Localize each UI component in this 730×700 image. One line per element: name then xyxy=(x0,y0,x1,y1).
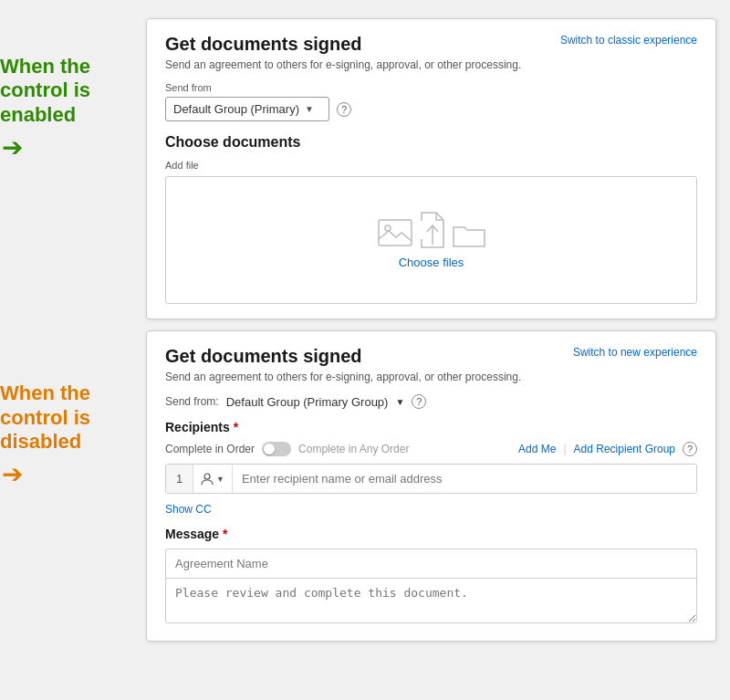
help-icon-disabled[interactable]: ? xyxy=(412,394,426,409)
annotations-panel: When thecontrol isenabled ➔ When thecont… xyxy=(0,9,141,691)
dropdown-chevron-icon: ▼ xyxy=(305,104,314,114)
toggle-knob xyxy=(264,444,275,454)
recipients-controls: Complete in Order Complete in Any Order … xyxy=(165,442,697,456)
panel-enabled-subtitle: Send an agreement to others for e-signin… xyxy=(165,58,521,71)
panel-disabled: Get documents signed Send an agreement t… xyxy=(146,330,716,642)
send-from-value-enabled: Default Group (Primary) xyxy=(173,102,299,116)
help-icon-recipients[interactable]: ? xyxy=(683,442,697,456)
add-file-label: Add file xyxy=(165,160,697,171)
complete-order-toggle[interactable] xyxy=(262,442,291,456)
folder-icon xyxy=(453,223,485,248)
send-from-row-enabled: Default Group (Primary) ▼ ? xyxy=(165,97,697,121)
complete-any-order-label: Complete in Any Order xyxy=(298,443,409,455)
upload-icon xyxy=(418,212,447,248)
send-from-row-disabled: Send from: Default Group (Primary Group)… xyxy=(165,394,697,409)
switch-new-link[interactable]: Switch to new experience xyxy=(573,346,697,359)
choose-documents-title: Choose documents xyxy=(165,134,697,151)
add-recipient-group-button[interactable]: Add Recipient Group xyxy=(574,443,675,455)
panel-disabled-subtitle: Send an agreement to others for e-signin… xyxy=(165,371,521,383)
switch-classic-link[interactable]: Switch to classic experience xyxy=(560,34,697,47)
message-required-star: * xyxy=(219,527,227,541)
enabled-label: When thecontrol isenabled xyxy=(0,55,90,127)
complete-order-label: Complete in Order xyxy=(165,443,255,455)
divider: | xyxy=(563,443,566,455)
panel-enabled-title: Get documents signed xyxy=(165,34,521,55)
file-icons xyxy=(378,212,485,248)
send-from-value-disabled: Default Group (Primary Group) xyxy=(226,395,389,409)
disabled-label: When thecontrol isdisabled xyxy=(0,381,90,454)
send-from-dropdown-enabled[interactable]: Default Group (Primary) ▼ xyxy=(165,97,329,121)
add-me-button[interactable]: Add Me xyxy=(518,443,556,455)
svg-point-3 xyxy=(204,474,210,479)
panels-container: Get documents signed Send an agreement t… xyxy=(141,9,730,691)
message-label: Message * xyxy=(165,527,697,541)
send-from-dropdown-arrow-icon[interactable]: ▼ xyxy=(395,397,404,407)
show-cc-link[interactable]: Show CC xyxy=(165,503,697,516)
help-icon-enabled[interactable]: ? xyxy=(337,102,351,117)
disabled-annotation: When thecontrol isdisabled ➔ xyxy=(0,381,141,489)
send-from-label-disabled: Send from: xyxy=(165,395,219,408)
panel-enabled: Get documents signed Send an agreement t… xyxy=(146,18,716,319)
recipient-input[interactable] xyxy=(233,465,696,493)
agreement-name-input[interactable] xyxy=(165,549,697,578)
image-icon xyxy=(378,219,412,248)
signer-icon xyxy=(201,473,214,486)
disabled-arrow-icon: ➔ xyxy=(2,459,23,489)
recipient-type-icon[interactable]: ▼ xyxy=(193,465,233,493)
file-drop-zone[interactable]: Choose files xyxy=(165,176,697,304)
send-from-label-enabled: Send from xyxy=(165,82,697,93)
recipients-label: Recipients * xyxy=(165,420,697,434)
enabled-annotation: When thecontrol isenabled ➔ xyxy=(0,55,141,162)
message-body-input[interactable] xyxy=(165,578,697,623)
recipient-number: 1 xyxy=(166,465,193,493)
panel-disabled-title: Get documents signed xyxy=(165,346,521,367)
choose-files-link[interactable]: Choose files xyxy=(399,256,464,269)
required-star: * xyxy=(230,420,238,434)
recipient-input-row: 1 ▼ xyxy=(165,464,697,494)
svg-rect-0 xyxy=(379,220,412,246)
enabled-arrow-icon: ➔ xyxy=(2,132,23,162)
recipient-type-chevron-icon: ▼ xyxy=(216,475,224,484)
